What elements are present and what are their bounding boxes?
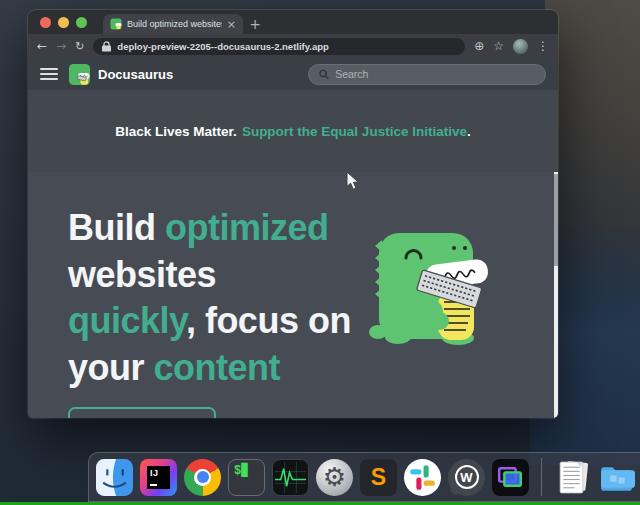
new-tab-button[interactable]: + xyxy=(243,14,267,34)
hero-title-line: websites xyxy=(68,252,384,299)
tab-title: Build optimized websites quick xyxy=(127,19,222,29)
hero-title: Build optimizedwebsitesquickly, focus on… xyxy=(68,205,384,391)
address-bar[interactable]: deploy-preview-2205--docusaurus-2.netlif… xyxy=(93,38,465,55)
slack-icon[interactable] xyxy=(404,459,441,496)
extension-icon[interactable]: ⊕ xyxy=(474,40,484,52)
intellij-idea-icon[interactable]: IJ xyxy=(140,459,177,496)
screens-icon[interactable] xyxy=(492,459,529,496)
terminal-icon[interactable]: $▉ xyxy=(228,459,265,496)
chrome-icon[interactable] xyxy=(184,459,221,496)
system-preferences-icon[interactable]: ⚙ xyxy=(316,459,353,496)
back-button[interactable]: ← xyxy=(37,40,47,52)
sublime-text-icon[interactable]: S xyxy=(360,459,397,496)
announcement-link[interactable]: Support the Equal Justice Initiative xyxy=(242,124,467,139)
search-icon xyxy=(319,69,329,80)
hero-title-line: your content xyxy=(68,345,384,392)
window-controls xyxy=(40,10,87,34)
forward-button[interactable]: → xyxy=(56,40,66,52)
reload-button[interactable]: ↻ xyxy=(75,41,84,52)
search-input[interactable] xyxy=(335,68,535,80)
scrollbar-thumb[interactable] xyxy=(554,174,558,266)
mouse-cursor xyxy=(346,171,360,191)
hero-title-line: Build optimized xyxy=(68,205,384,252)
brand-name: Docusaurus xyxy=(98,67,173,82)
minimize-window-button[interactable] xyxy=(58,17,69,28)
bookmark-star-icon[interactable]: ☆ xyxy=(493,40,504,52)
search-box[interactable] xyxy=(308,64,546,85)
dock: IJ $▉ ⚙ S W xyxy=(88,452,640,502)
browser-window: Build optimized websites quick × + ← → ↻… xyxy=(28,10,558,418)
notes-stack-icon[interactable] xyxy=(554,459,591,496)
tab-close-icon[interactable]: × xyxy=(227,19,236,30)
hero-section: Build optimizedwebsitesquickly, focus on… xyxy=(28,172,558,418)
browser-menu-icon[interactable]: ⋮ xyxy=(537,40,549,52)
browser-toolbar: ← → ↻ deploy-preview-2205--docusaurus-2.… xyxy=(28,34,558,58)
docusaurus-favicon-icon xyxy=(110,18,122,30)
brand-link[interactable]: Docusaurus xyxy=(68,63,173,86)
zoom-window-button[interactable] xyxy=(76,17,87,28)
tab-strip: Build optimized websites quick × + xyxy=(28,10,558,34)
site-navbar: Docusaurus xyxy=(28,58,558,90)
url-text: deploy-preview-2205--docusaurus-2.netlif… xyxy=(117,41,329,52)
hamburger-menu-icon[interactable] xyxy=(40,68,58,80)
downloads-folder-icon[interactable] xyxy=(598,459,635,496)
announcement-suffix: . xyxy=(467,124,471,139)
workplace-icon[interactable]: W xyxy=(448,459,485,496)
announcement-bar: Black Lives Matter.Support the Equal Jus… xyxy=(28,90,558,172)
hero-title-line: quickly, focus on xyxy=(68,298,384,345)
docusaurus-logo-icon xyxy=(68,63,91,86)
profile-avatar[interactable] xyxy=(513,39,528,54)
close-window-button[interactable] xyxy=(40,17,51,28)
dock-divider xyxy=(541,458,542,496)
announcement-text: Black Lives Matter. xyxy=(115,124,237,139)
finder-icon[interactable] xyxy=(96,459,133,496)
docusaurus-mascot-illustration xyxy=(366,218,500,346)
desktop: Build optimized websites quick × + ← → ↻… xyxy=(0,0,640,505)
activity-monitor-icon[interactable] xyxy=(272,459,309,496)
lock-icon xyxy=(102,41,111,52)
page-scrollbar[interactable] xyxy=(554,172,558,418)
browser-tab[interactable]: Build optimized websites quick × xyxy=(103,14,243,34)
hero-cta-button[interactable] xyxy=(68,407,216,418)
